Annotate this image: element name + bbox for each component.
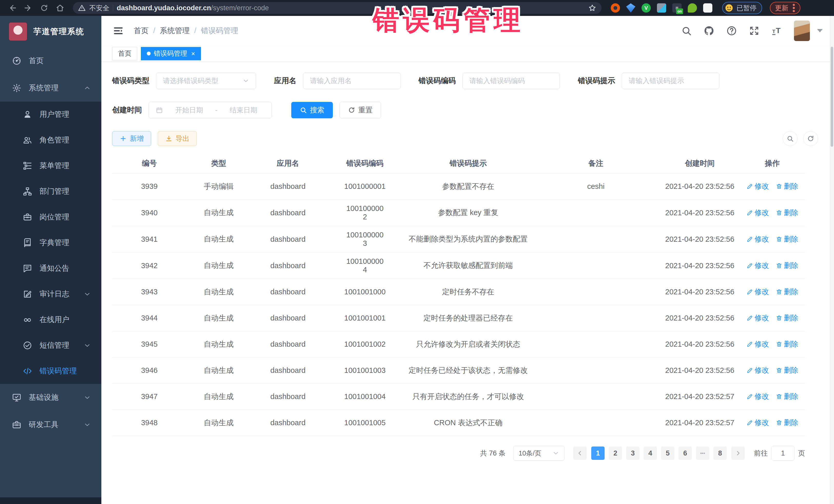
browser-update-button[interactable]: 更新 ••• bbox=[770, 2, 800, 14]
sidebar-logo[interactable]: 芋道管理系统 bbox=[0, 16, 101, 47]
bookmark-star-icon[interactable] bbox=[588, 4, 596, 12]
fullscreen-icon[interactable] bbox=[749, 25, 760, 36]
sidebar-item-2[interactable]: 用户管理 bbox=[0, 102, 101, 127]
user-avatar[interactable] bbox=[794, 21, 810, 41]
search-icon bbox=[300, 107, 307, 114]
search-toggle-icon[interactable] bbox=[783, 131, 797, 146]
green-check-extension-icon[interactable]: V bbox=[641, 3, 651, 13]
delete-link[interactable]: 删除 bbox=[776, 208, 798, 218]
search-icon[interactable] bbox=[681, 25, 692, 36]
chevron-up-icon bbox=[83, 84, 91, 92]
date-range-picker[interactable]: 开始日期 - 结束日期 bbox=[149, 102, 272, 118]
delete-link[interactable]: 删除 bbox=[776, 261, 798, 270]
delete-link[interactable]: 删除 bbox=[776, 366, 798, 375]
cell-time: 2021-04-20 23:52:56 bbox=[660, 204, 740, 222]
delete-link[interactable]: 删除 bbox=[776, 287, 798, 297]
sidebar-item-0[interactable]: 首页 bbox=[0, 47, 101, 74]
page-button-2[interactable]: 2 bbox=[609, 446, 622, 460]
sidebar-item-3[interactable]: 角色管理 bbox=[0, 127, 101, 153]
security-label[interactable]: 不安全 bbox=[89, 4, 109, 13]
url-text[interactable]: dashboard.yudao.iocoder.cn/system/error-… bbox=[117, 4, 269, 12]
edit-link[interactable]: 修改 bbox=[746, 339, 769, 349]
next-page-button[interactable] bbox=[731, 446, 745, 460]
refresh-icon[interactable] bbox=[803, 131, 818, 146]
page-button-3[interactable]: 3 bbox=[626, 446, 639, 460]
edit-link[interactable]: 修改 bbox=[746, 418, 769, 428]
puzzle-extension-icon[interactable] bbox=[703, 3, 712, 13]
app-name-input[interactable] bbox=[303, 73, 400, 89]
grid-extension-icon[interactable] bbox=[657, 3, 666, 13]
announcement-icon bbox=[23, 264, 32, 273]
blue-gem-extension-icon[interactable] bbox=[626, 3, 635, 13]
font-size-icon[interactable]: TT bbox=[771, 25, 782, 36]
warning-icon[interactable] bbox=[78, 4, 86, 12]
ellipsis-pages-button[interactable]: ••• bbox=[696, 446, 709, 460]
delete-link[interactable]: 删除 bbox=[776, 234, 798, 244]
green-key-extension-icon[interactable] bbox=[688, 3, 697, 13]
goto-page-input[interactable] bbox=[771, 446, 794, 461]
reload-icon[interactable] bbox=[38, 1, 51, 15]
tags-view: 首页错误码管理× bbox=[101, 45, 834, 62]
kebab-menu-icon[interactable]: ••• bbox=[792, 3, 795, 13]
orange-gear-extension-icon[interactable] bbox=[611, 3, 620, 13]
sidebar-item-8[interactable]: 通知公告 bbox=[0, 256, 101, 281]
edit-link[interactable]: 修改 bbox=[746, 261, 769, 270]
gn-extension-icon[interactable]: ≡on bbox=[672, 3, 682, 13]
edit-link[interactable]: 修改 bbox=[746, 208, 769, 218]
prev-page-button[interactable] bbox=[573, 446, 587, 460]
sidebar-item-10[interactable]: 在线用户 bbox=[0, 307, 101, 333]
edit-link[interactable]: 修改 bbox=[746, 234, 769, 244]
end-date-placeholder: 结束日期 bbox=[222, 106, 265, 115]
breadcrumb-home[interactable]: 首页 bbox=[134, 26, 149, 36]
page-button-1[interactable]: 1 bbox=[591, 446, 605, 460]
sidebar-item-14[interactable]: 研发工具 bbox=[0, 411, 101, 438]
home-icon[interactable] bbox=[53, 1, 67, 15]
error-msg-input[interactable] bbox=[622, 73, 719, 89]
tab-0[interactable]: 首页 bbox=[112, 47, 137, 60]
close-icon[interactable]: × bbox=[191, 50, 195, 57]
edit-link[interactable]: 修改 bbox=[746, 287, 769, 297]
tab-1[interactable]: 错误码管理× bbox=[141, 47, 201, 60]
scrollbar-thumb[interactable] bbox=[831, 47, 833, 147]
forward-icon[interactable] bbox=[22, 1, 35, 15]
back-icon[interactable] bbox=[6, 1, 19, 15]
search-button[interactable]: 搜索 bbox=[291, 102, 333, 118]
page-button-5[interactable]: 5 bbox=[661, 446, 674, 460]
github-icon[interactable] bbox=[704, 25, 715, 36]
edit-link[interactable]: 修改 bbox=[746, 366, 769, 375]
edit-link[interactable]: 修改 bbox=[746, 392, 769, 401]
reset-button[interactable]: 重置 bbox=[339, 102, 381, 118]
hamburger-icon[interactable] bbox=[113, 25, 124, 37]
edit-link[interactable]: 修改 bbox=[746, 181, 769, 191]
sidebar-item-5[interactable]: 部门管理 bbox=[0, 179, 101, 204]
chevron-down-icon[interactable] bbox=[817, 29, 823, 32]
page-button-6[interactable]: 6 bbox=[679, 446, 692, 460]
help-icon[interactable] bbox=[726, 25, 737, 36]
breadcrumb-system[interactable]: 系统管理 bbox=[160, 26, 190, 36]
add-button[interactable]: 新增 bbox=[112, 131, 151, 146]
delete-link[interactable]: 删除 bbox=[776, 339, 798, 349]
delete-link[interactable]: 删除 bbox=[776, 313, 798, 323]
page-button-8[interactable]: 8 bbox=[714, 446, 727, 460]
profile-paused-chip[interactable]: 已暂停 bbox=[722, 2, 762, 14]
sidebar-item-11[interactable]: 短信管理 bbox=[0, 333, 101, 358]
error-code-input[interactable] bbox=[462, 73, 560, 89]
sidebar-item-4[interactable]: 菜单管理 bbox=[0, 153, 101, 179]
sidebar-item-12[interactable]: 错误码管理 bbox=[0, 358, 101, 384]
page-button-4[interactable]: 4 bbox=[643, 446, 657, 460]
page-size-select[interactable]: 10条/页 bbox=[513, 446, 565, 461]
error-type-select[interactable]: 请选择错误码类型 bbox=[156, 73, 256, 89]
sidebar-item-13[interactable]: 基础设施 bbox=[0, 384, 101, 411]
delete-link[interactable]: 删除 bbox=[776, 181, 798, 191]
scrollbar-track[interactable] bbox=[830, 16, 834, 504]
sidebar-item-7[interactable]: 字典管理 bbox=[0, 230, 101, 256]
error-msg-label: 错误码提示 bbox=[578, 76, 615, 86]
edit-link[interactable]: 修改 bbox=[746, 313, 769, 323]
sidebar-item-9[interactable]: 审计日志 bbox=[0, 281, 101, 307]
cell-id: 3939 bbox=[112, 178, 186, 195]
sidebar-item-1[interactable]: 系统管理 bbox=[0, 74, 101, 102]
sidebar-item-6[interactable]: 岗位管理 bbox=[0, 204, 101, 230]
delete-link[interactable]: 删除 bbox=[776, 392, 798, 401]
delete-link[interactable]: 删除 bbox=[776, 418, 798, 428]
export-button[interactable]: 导出 bbox=[158, 131, 197, 146]
